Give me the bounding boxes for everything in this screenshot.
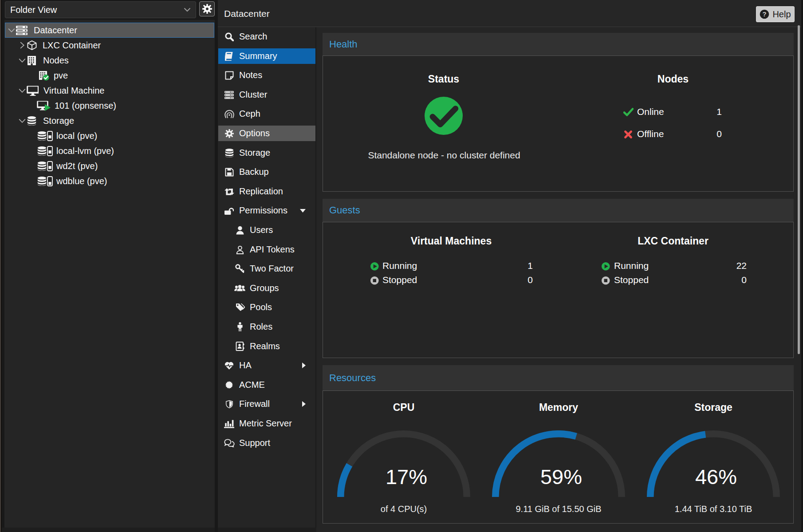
svg-text:?: ?: [763, 10, 767, 18]
